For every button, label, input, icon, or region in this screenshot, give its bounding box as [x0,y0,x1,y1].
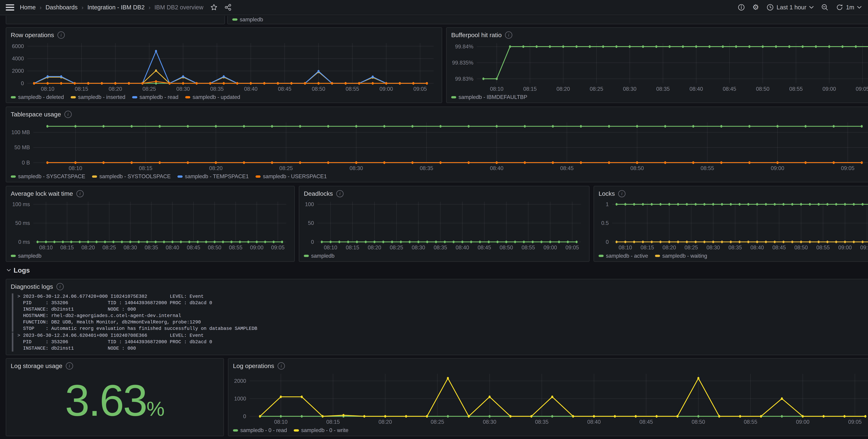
legend-item[interactable]: sampledb - IBMDEFAULTBP [451,94,527,100]
breadcrumb-item[interactable]: Integration - IBM DB2 [88,4,145,11]
legend-item[interactable]: sampledb - waiting [655,253,707,259]
svg-text:08:55: 08:55 [229,244,242,250]
breadcrumb: Home›Dashboards›Integration - IBM DB2›IB… [20,4,203,11]
breadcrumb-separator: › [149,4,151,11]
legend-item[interactable]: sampledb [304,253,335,259]
svg-text:08:20: 08:20 [108,86,122,92]
share-button[interactable] [224,4,231,11]
info-icon[interactable]: i [66,362,73,370]
panel-title: Locks [598,190,615,197]
svg-text:08:40: 08:40 [244,86,258,92]
legend-item[interactable]: sampledb [232,17,263,23]
row-operations-chart[interactable]: 08:1008:1508:2008:2508:3008:3508:4008:45… [8,40,438,93]
avg-lock-wait-chart[interactable]: 08:1008:1508:2008:2508:3008:3508:4008:45… [8,199,291,251]
svg-text:09:05: 09:05 [413,86,427,92]
legend-label: sampledb [311,253,334,259]
legend-item[interactable]: sampledb - SYSTOOLSPACE [92,174,170,180]
menu-icon[interactable] [6,4,14,10]
svg-text:08:15: 08:15 [75,86,88,92]
legend-swatch [451,96,456,98]
legend-item[interactable]: sampledb - read [132,94,179,100]
svg-text:08:25: 08:25 [142,86,156,92]
time-range-picker[interactable]: Last 1 hour [767,4,814,11]
legend: sampledb - activesampledb - waiting [598,252,868,259]
star-button[interactable] [210,4,218,11]
panel-header: Average lock wait time i [6,186,294,199]
breadcrumb-item[interactable]: IBM DB2 overview [155,4,204,11]
info-icon[interactable]: i [64,111,72,118]
info-circle-icon [738,4,745,11]
zoom-out-button[interactable] [821,4,829,11]
refresh-button[interactable]: 1m [836,4,862,11]
legend-item[interactable]: sampledb - SYSCATSPACE [11,174,85,180]
info-icon[interactable]: i [618,190,625,197]
svg-text:08:20: 08:20 [662,244,676,250]
bufferpool-chart[interactable]: 08:1008:1508:2008:2508:3008:3508:4008:45… [449,40,868,93]
svg-text:09:05: 09:05 [271,244,284,250]
log-operations-chart[interactable]: 08:1008:1508:2008:2508:3008:3508:4008:45… [231,371,868,426]
svg-text:09:05: 09:05 [856,86,868,92]
legend-item[interactable]: sampledb - 0 - read [233,427,287,434]
legend: sampledb - IBMDEFAULTBP [451,94,868,101]
info-icon[interactable]: i [76,190,84,197]
svg-text:0: 0 [21,80,24,86]
legend-item[interactable]: sampledb - inserted [71,94,125,100]
log-entries[interactable]: > 2023-06-30-12.24.06.677420+000 I102410… [12,293,868,352]
panel-title: Log storage usage [11,362,62,370]
section-logs-toggle[interactable]: Logs [7,264,30,276]
legend-item[interactable]: sampledb - updated [185,94,240,100]
info-icon[interactable]: i [336,190,344,197]
svg-text:08:50: 08:50 [630,165,644,171]
svg-text:0: 0 [606,239,609,245]
panel-header: Row operations i [6,28,442,40]
legend-item[interactable]: sampledb - active [598,253,648,259]
svg-text:100: 100 [305,201,314,207]
legend-swatch [232,19,237,21]
legend: sampledb [11,252,291,259]
svg-text:08:35: 08:35 [728,244,742,250]
svg-text:0.5: 0.5 [601,220,609,226]
svg-text:09:05: 09:05 [860,244,868,250]
svg-text:08:55: 08:55 [816,244,830,250]
breadcrumb-item[interactable]: Dashboards [45,4,78,11]
section-title: Logs [13,266,30,274]
svg-text:08:20: 08:20 [82,244,95,250]
svg-text:1: 1 [606,201,609,207]
legend-item[interactable]: sampledb - USERSPACE1 [255,174,327,180]
svg-text:6000: 6000 [12,43,24,49]
svg-text:08:55: 08:55 [789,86,803,92]
svg-text:50: 50 [308,220,314,226]
legend-item[interactable]: sampledb - TEMPSPACE1 [178,174,249,180]
info-icon[interactable]: i [56,283,64,290]
svg-text:08:20: 08:20 [378,419,392,425]
info-icon[interactable]: i [278,362,285,370]
dashboard-info-button[interactable] [738,4,745,11]
legend-item[interactable]: sampledb - deleted [11,94,64,100]
svg-text:08:55: 08:55 [522,244,535,250]
info-icon[interactable]: i [58,31,65,39]
panel-log-operations: Log operations i 08:1008:1508:2008:2508:… [228,358,868,436]
svg-text:08:10: 08:10 [274,419,288,425]
legend-label: sampledb [18,253,41,259]
locks-chart[interactable]: 08:1008:1508:2008:2508:3008:3508:4008:45… [596,199,868,251]
svg-text:08:15: 08:15 [346,244,359,250]
panel-title: Bufferpool hit ratio [451,31,502,39]
panel-bufferpool-hit-ratio: Bufferpool hit ratio i 08:1008:1508:2008… [446,27,868,103]
svg-text:09:00: 09:00 [250,244,264,250]
legend-item[interactable]: sampledb [11,253,41,259]
info-icon[interactable]: i [505,31,512,39]
legend-label: sampledb - 0 - read [240,427,287,434]
svg-text:09:05: 09:05 [565,244,579,250]
legend-label: sampledb - read [140,94,179,100]
panel-header: Locks i [594,186,868,199]
legend-swatch [655,255,660,257]
log-expand-icon[interactable]: > [18,333,20,338]
legend-label: sampledb - waiting [662,253,707,259]
breadcrumb-item[interactable]: Home [20,4,36,11]
log-expand-icon[interactable]: > [18,294,20,299]
legend-item[interactable]: sampledb - 0 - write [294,427,348,434]
dashboard-settings-button[interactable]: ⚙ [752,4,759,11]
tablespace-chart[interactable]: 08:1008:1508:2008:2508:3008:3508:4008:45… [8,120,868,172]
log-line-text: 2023-06-30-12.24.06.620401+000 I10240708… [20,333,204,338]
deadlocks-chart[interactable]: 08:1008:1508:2008:2508:3008:3508:4008:45… [302,199,586,251]
